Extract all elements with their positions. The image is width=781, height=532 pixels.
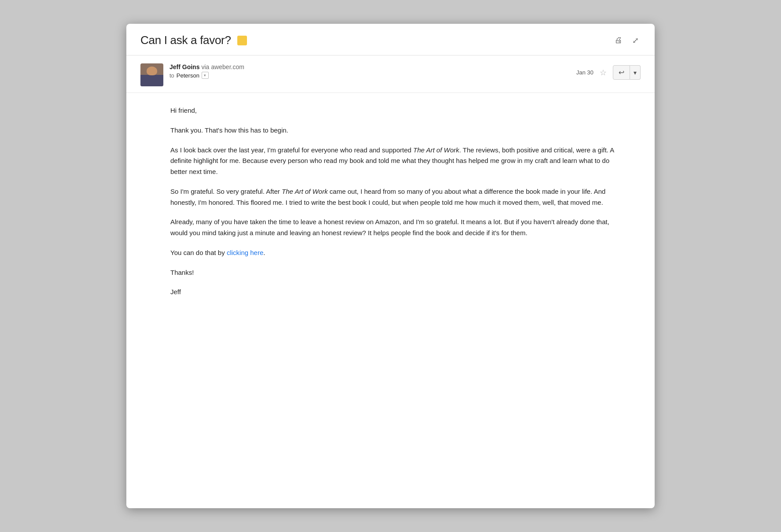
to-prefix: to	[169, 72, 174, 79]
sender-name: Jeff Goins	[169, 63, 199, 70]
label-tag	[237, 36, 247, 45]
paragraph-7: Jeff	[170, 287, 624, 298]
paragraph-5: You can do that by clicking here.	[170, 248, 624, 259]
p3-pre: So I'm grateful. So very grateful. After	[170, 188, 282, 195]
email-date: Jan 30	[576, 69, 593, 76]
reply-icon: ↩	[619, 68, 624, 77]
sender-name-line: Jeff Goins via aweber.com	[169, 63, 244, 70]
header-actions: 🖨 ⤢	[613, 34, 641, 47]
sender-row: Jeff Goins via aweber.com to Peterson ▾ …	[126, 55, 655, 93]
email-subject: Can I ask a favor?	[140, 33, 231, 47]
to-line: to Peterson ▾	[169, 72, 244, 79]
email-window: Can I ask a favor? 🖨 ⤢ Jeff Goins via aw	[126, 24, 655, 508]
email-header: Can I ask a favor? 🖨 ⤢	[126, 24, 655, 55]
reply-action-group: ↩ ▾	[613, 65, 641, 80]
paragraph-4: Already, many of you have taken the time…	[170, 217, 624, 239]
sender-info: Jeff Goins via aweber.com to Peterson ▾	[169, 63, 244, 79]
sender-left: Jeff Goins via aweber.com to Peterson ▾	[140, 63, 244, 86]
p2-book1: The Art of Work	[413, 146, 459, 154]
p3-book2: The Art of Work	[282, 188, 328, 195]
clicking-here-link[interactable]: clicking here	[227, 249, 263, 256]
email-body: Hi friend, Thank you. That's how this ha…	[126, 93, 655, 324]
reply-button[interactable]: ↩	[613, 65, 630, 80]
p2-pre: As I look back over the last year, I'm g…	[170, 146, 413, 154]
expand-icon: ⤢	[632, 36, 639, 45]
recipient-dropdown[interactable]: ▾	[202, 72, 209, 79]
paragraph-6: Thanks!	[170, 267, 624, 278]
greeting: Hi friend,	[170, 105, 624, 116]
p5-pre: You can do that by	[170, 249, 227, 256]
sender-right: Jan 30 ☆ ↩ ▾	[576, 63, 641, 80]
print-icon: 🖨	[615, 36, 623, 45]
avatar-head	[147, 66, 157, 75]
more-icon: ▾	[634, 69, 637, 76]
sender-via: via	[201, 63, 209, 70]
subject-area: Can I ask a favor?	[140, 33, 247, 47]
print-button[interactable]: 🖨	[613, 34, 624, 47]
more-button[interactable]: ▾	[630, 65, 641, 80]
recipient-name: Peterson	[177, 72, 199, 79]
paragraph-1: Thank you. That's how this has to begin.	[170, 125, 624, 136]
expand-button[interactable]: ⤢	[630, 34, 641, 47]
avatar	[140, 63, 163, 86]
p5-post: .	[263, 249, 265, 256]
star-icon: ☆	[600, 68, 607, 77]
sender-domain: aweber.com	[211, 63, 244, 70]
avatar-suit	[140, 75, 163, 86]
paragraph-2: As I look back over the last year, I'm g…	[170, 145, 624, 177]
paragraph-3: So I'm grateful. So very grateful. After…	[170, 186, 624, 208]
star-button[interactable]: ☆	[599, 67, 608, 78]
